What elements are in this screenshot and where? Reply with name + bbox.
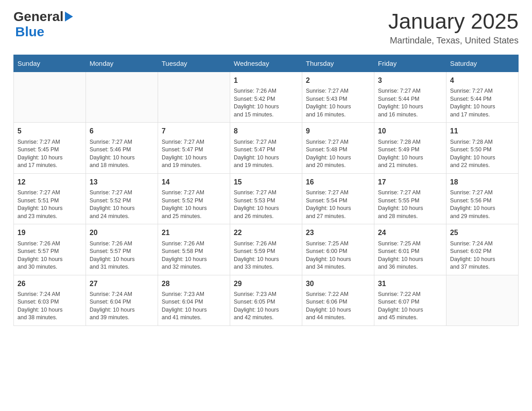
logo: General Blue [13, 9, 73, 39]
calendar-cell: 15Sunrise: 7:27 AM Sunset: 5:53 PM Dayli… [230, 173, 302, 224]
calendar-cell: 17Sunrise: 7:27 AM Sunset: 5:55 PM Dayli… [374, 173, 446, 224]
day-number: 16 [306, 177, 370, 187]
day-info: Sunrise: 7:27 AM Sunset: 5:47 PM Dayligh… [234, 138, 298, 170]
day-number: 20 [90, 228, 154, 238]
day-number: 25 [450, 228, 515, 238]
calendar-cell: 9Sunrise: 7:27 AM Sunset: 5:48 PM Daylig… [302, 123, 374, 173]
day-info: Sunrise: 7:27 AM Sunset: 5:54 PM Dayligh… [306, 189, 370, 220]
day-info: Sunrise: 7:27 AM Sunset: 5:52 PM Dayligh… [162, 189, 226, 220]
day-info: Sunrise: 7:24 AM Sunset: 6:03 PM Dayligh… [17, 291, 82, 322]
day-info: Sunrise: 7:27 AM Sunset: 5:56 PM Dayligh… [450, 189, 515, 220]
calendar-cell: 5Sunrise: 7:27 AM Sunset: 5:45 PM Daylig… [14, 123, 86, 173]
calendar-cell: 6Sunrise: 7:27 AM Sunset: 5:46 PM Daylig… [86, 123, 158, 173]
calendar-week-row: 12Sunrise: 7:27 AM Sunset: 5:51 PM Dayli… [14, 173, 519, 224]
calendar-cell: 13Sunrise: 7:27 AM Sunset: 5:52 PM Dayli… [86, 173, 158, 224]
calendar-cell: 18Sunrise: 7:27 AM Sunset: 5:56 PM Dayli… [446, 173, 519, 224]
day-number: 12 [17, 177, 82, 187]
location-subtitle: Martindale, Texas, United States [388, 35, 519, 46]
day-info: Sunrise: 7:28 AM Sunset: 5:50 PM Dayligh… [450, 138, 515, 170]
day-number: 8 [234, 126, 298, 136]
calendar-week-row: 26Sunrise: 7:24 AM Sunset: 6:03 PM Dayli… [14, 275, 519, 325]
day-info: Sunrise: 7:26 AM Sunset: 5:57 PM Dayligh… [90, 240, 154, 271]
calendar-cell: 1Sunrise: 7:26 AM Sunset: 5:42 PM Daylig… [230, 72, 302, 123]
day-info: Sunrise: 7:27 AM Sunset: 5:44 PM Dayligh… [450, 87, 515, 119]
day-info: Sunrise: 7:27 AM Sunset: 5:51 PM Dayligh… [17, 189, 82, 220]
header-friday: Friday [374, 55, 446, 72]
logo-blue-text: Blue [15, 24, 44, 39]
calendar-cell: 22Sunrise: 7:26 AM Sunset: 5:59 PM Dayli… [230, 224, 302, 275]
day-info: Sunrise: 7:23 AM Sunset: 6:05 PM Dayligh… [234, 291, 298, 322]
calendar-cell: 19Sunrise: 7:26 AM Sunset: 5:57 PM Dayli… [14, 224, 86, 275]
day-number: 4 [450, 76, 515, 86]
day-number: 23 [306, 228, 370, 238]
day-number: 29 [234, 279, 298, 289]
calendar-cell: 30Sunrise: 7:22 AM Sunset: 6:06 PM Dayli… [302, 275, 374, 325]
day-number: 13 [90, 177, 154, 187]
day-info: Sunrise: 7:27 AM Sunset: 5:48 PM Dayligh… [306, 138, 370, 170]
day-info: Sunrise: 7:25 AM Sunset: 6:00 PM Dayligh… [306, 240, 370, 271]
day-info: Sunrise: 7:26 AM Sunset: 5:57 PM Dayligh… [17, 240, 82, 271]
day-info: Sunrise: 7:27 AM Sunset: 5:55 PM Dayligh… [378, 189, 442, 220]
calendar-cell: 20Sunrise: 7:26 AM Sunset: 5:57 PM Dayli… [86, 224, 158, 275]
calendar-cell: 7Sunrise: 7:27 AM Sunset: 5:47 PM Daylig… [158, 123, 230, 173]
calendar-week-row: 1Sunrise: 7:26 AM Sunset: 5:42 PM Daylig… [14, 72, 519, 123]
day-number: 11 [450, 126, 515, 136]
day-number: 7 [162, 126, 226, 136]
calendar-cell: 26Sunrise: 7:24 AM Sunset: 6:03 PM Dayli… [14, 275, 86, 325]
calendar-week-row: 19Sunrise: 7:26 AM Sunset: 5:57 PM Dayli… [14, 224, 519, 275]
day-number: 18 [450, 177, 515, 187]
day-info: Sunrise: 7:23 AM Sunset: 6:04 PM Dayligh… [162, 291, 226, 322]
calendar-header-row: Sunday Monday Tuesday Wednesday Thursday… [14, 55, 519, 72]
logo-general-text: General [13, 9, 64, 24]
calendar-cell [446, 275, 519, 325]
header-saturday: Saturday [446, 55, 519, 72]
day-number: 21 [162, 228, 226, 238]
day-number: 5 [17, 126, 82, 136]
calendar-cell: 2Sunrise: 7:27 AM Sunset: 5:43 PM Daylig… [302, 72, 374, 123]
title-section: January 2025 Martindale, Texas, United S… [388, 9, 519, 46]
calendar-table: Sunday Monday Tuesday Wednesday Thursday… [13, 55, 519, 326]
day-info: Sunrise: 7:26 AM Sunset: 5:59 PM Dayligh… [234, 240, 298, 271]
calendar-cell: 29Sunrise: 7:23 AM Sunset: 6:05 PM Dayli… [230, 275, 302, 325]
calendar-cell: 27Sunrise: 7:24 AM Sunset: 6:04 PM Dayli… [86, 275, 158, 325]
logo-triangle-icon [65, 12, 73, 21]
header-sunday: Sunday [14, 55, 86, 72]
day-info: Sunrise: 7:26 AM Sunset: 5:42 PM Dayligh… [234, 87, 298, 119]
calendar-cell: 28Sunrise: 7:23 AM Sunset: 6:04 PM Dayli… [158, 275, 230, 325]
day-info: Sunrise: 7:27 AM Sunset: 5:52 PM Dayligh… [90, 189, 154, 220]
day-info: Sunrise: 7:27 AM Sunset: 5:47 PM Dayligh… [162, 138, 226, 170]
calendar-cell: 4Sunrise: 7:27 AM Sunset: 5:44 PM Daylig… [446, 72, 519, 123]
calendar-cell: 11Sunrise: 7:28 AM Sunset: 5:50 PM Dayli… [446, 123, 519, 173]
calendar-cell: 24Sunrise: 7:25 AM Sunset: 6:01 PM Dayli… [374, 224, 446, 275]
day-info: Sunrise: 7:27 AM Sunset: 5:45 PM Dayligh… [17, 138, 82, 170]
page-header: General Blue January 2025 Martindale, Te… [13, 9, 519, 46]
day-number: 27 [90, 279, 154, 289]
calendar-cell: 12Sunrise: 7:27 AM Sunset: 5:51 PM Dayli… [14, 173, 86, 224]
day-number: 1 [234, 76, 298, 86]
calendar-cell [86, 72, 158, 123]
day-number: 2 [306, 76, 370, 86]
day-number: 15 [234, 177, 298, 187]
calendar-cell [158, 72, 230, 123]
calendar-cell: 21Sunrise: 7:26 AM Sunset: 5:58 PM Dayli… [158, 224, 230, 275]
calendar-week-row: 5Sunrise: 7:27 AM Sunset: 5:45 PM Daylig… [14, 123, 519, 173]
day-info: Sunrise: 7:24 AM Sunset: 6:02 PM Dayligh… [450, 240, 515, 271]
day-info: Sunrise: 7:28 AM Sunset: 5:49 PM Dayligh… [378, 138, 442, 170]
calendar-cell: 31Sunrise: 7:22 AM Sunset: 6:07 PM Dayli… [374, 275, 446, 325]
header-monday: Monday [86, 55, 158, 72]
calendar-cell: 16Sunrise: 7:27 AM Sunset: 5:54 PM Dayli… [302, 173, 374, 224]
day-number: 28 [162, 279, 226, 289]
day-number: 14 [162, 177, 226, 187]
header-tuesday: Tuesday [158, 55, 230, 72]
day-number: 10 [378, 126, 442, 136]
day-info: Sunrise: 7:22 AM Sunset: 6:07 PM Dayligh… [378, 291, 442, 322]
header-thursday: Thursday [302, 55, 374, 72]
day-info: Sunrise: 7:22 AM Sunset: 6:06 PM Dayligh… [306, 291, 370, 322]
day-number: 31 [378, 279, 442, 289]
day-info: Sunrise: 7:27 AM Sunset: 5:44 PM Dayligh… [378, 87, 442, 119]
calendar-cell: 8Sunrise: 7:27 AM Sunset: 5:47 PM Daylig… [230, 123, 302, 173]
calendar-title: January 2025 [388, 9, 519, 34]
calendar-cell [14, 72, 86, 123]
day-number: 19 [17, 228, 82, 238]
day-info: Sunrise: 7:27 AM Sunset: 5:53 PM Dayligh… [234, 189, 298, 220]
